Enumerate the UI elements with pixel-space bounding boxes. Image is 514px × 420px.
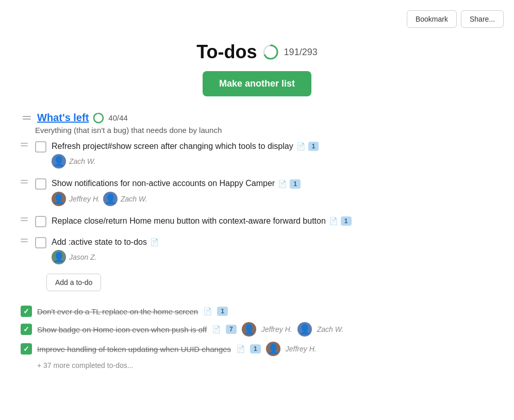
completed-item: Show badge on Home icon even when push i… (21, 322, 493, 337)
todo-checkbox[interactable] (35, 178, 46, 190)
todo-text-row: Replace close/return Home menu button wi… (52, 215, 493, 227)
completed-text: Show badge on Home icon even when push i… (37, 325, 207, 334)
todo-drag-handle[interactable] (21, 237, 30, 242)
title-row: To-dos 191/293 (21, 41, 493, 63)
completed-text: Improve handling of token updating when … (37, 345, 231, 354)
main-progress-circle (262, 44, 279, 60)
todo-text: Add :active state to to-dos (52, 237, 147, 248)
todo-items-container: Refresh project#show screen after changi… (21, 141, 493, 264)
completed-item: Improve handling of token updating when … (21, 342, 493, 356)
todo-item: Add :active state to to-dos📄👤Jason Z. (21, 237, 493, 264)
avatar: 👤 (52, 154, 66, 169)
assignee-name: Jeffrey H. (69, 195, 100, 203)
comment-badge[interactable]: 1 (217, 307, 228, 316)
assignee-name: Jeffrey H. (286, 345, 317, 353)
document-icon[interactable]: 📄 (278, 180, 287, 188)
avatar: 👤 (52, 192, 66, 206)
make-another-list-button[interactable]: Make another list (203, 71, 311, 96)
avatar: 👤 (242, 322, 256, 337)
document-icon[interactable]: 📄 (329, 217, 338, 225)
list-drag-handle[interactable] (21, 115, 33, 121)
assignee-name: Zach W. (69, 157, 96, 165)
list-title-link[interactable]: What's left (37, 112, 89, 124)
assignees: 👤Zach W. (52, 154, 493, 169)
comment-badge[interactable]: 1 (308, 142, 319, 151)
todo-checkbox[interactable] (35, 216, 46, 227)
main-progress-count: 191/293 (284, 47, 318, 58)
assignees: 👤Jason Z. (52, 250, 493, 264)
todo-text: Show notifications for non-active accoun… (52, 178, 275, 189)
todo-checkbox[interactable] (35, 141, 46, 153)
list-progress-circle (93, 112, 104, 124)
todo-drag-handle[interactable] (21, 178, 30, 183)
todo-content: Show notifications for non-active accoun… (52, 178, 493, 206)
todo-text-row: Refresh project#show screen after changi… (52, 141, 493, 152)
completed-items-container: Don't ever do a TL replace on the home s… (21, 306, 493, 356)
more-completed-link[interactable]: + 37 more completed to-dos... (37, 361, 493, 369)
page-title: To-dos (196, 41, 257, 63)
completed-item: Don't ever do a TL replace on the home s… (21, 306, 493, 317)
todo-item: Show notifications for non-active accoun… (21, 178, 493, 206)
assignee-name: Jeffrey H. (261, 325, 292, 333)
svg-point-3 (94, 113, 103, 123)
todo-item: Refresh project#show screen after changi… (21, 141, 493, 169)
completed-text: Don't ever do a TL replace on the home s… (37, 307, 198, 316)
todo-drag-handle[interactable] (21, 141, 30, 146)
document-icon[interactable]: 📄 (150, 238, 159, 246)
todo-text: Refresh project#show screen after changi… (52, 141, 293, 152)
page-container: Bookmark Share... To-dos 191/293 Make an… (0, 0, 514, 420)
bookmark-button[interactable]: Bookmark (407, 10, 457, 28)
comment-badge[interactable]: 7 (226, 325, 237, 334)
avatar: 👤 (103, 192, 118, 206)
top-right-actions: Bookmark Share... (407, 10, 504, 28)
todo-text: Replace close/return Home menu button wi… (52, 215, 326, 227)
completed-checkbox[interactable] (21, 324, 32, 335)
document-icon[interactable]: 📄 (212, 325, 221, 333)
todo-text-row: Add :active state to to-dos📄 (52, 237, 493, 248)
comment-badge[interactable]: 1 (250, 344, 261, 354)
list-header: What's left 40/44 (21, 112, 493, 124)
completed-checkbox[interactable] (21, 343, 32, 355)
document-icon[interactable]: 📄 (236, 345, 245, 353)
todo-text-row: Show notifications for non-active accoun… (52, 178, 493, 189)
todo-item: Replace close/return Home menu button wi… (21, 215, 493, 227)
document-icon[interactable]: 📄 (203, 307, 212, 315)
avatar: 👤 (266, 342, 280, 356)
list-section: What's left 40/44 Everything (that isn't… (21, 107, 493, 369)
add-todo-button[interactable]: Add a to-do (46, 274, 101, 291)
document-icon[interactable]: 📄 (296, 142, 305, 150)
share-button[interactable]: Share... (461, 10, 504, 28)
avatar: 👤 (52, 250, 66, 264)
todo-content: Add :active state to to-dos📄👤Jason Z. (52, 237, 493, 264)
todo-content: Replace close/return Home menu button wi… (52, 215, 493, 227)
avatar: 👤 (297, 322, 312, 337)
completed-checkbox[interactable] (21, 306, 32, 317)
list-progress-count: 40/44 (108, 113, 128, 122)
todo-drag-handle[interactable] (21, 215, 30, 221)
assignees: 👤Jeffrey H.👤Zach W. (52, 192, 493, 206)
assignee-name: Zach W. (317, 325, 344, 333)
assignee-name: Jason Z. (69, 253, 97, 261)
comment-badge[interactable]: 1 (290, 179, 301, 189)
assignee-name: Zach W. (121, 195, 147, 203)
todo-checkbox[interactable] (35, 237, 46, 248)
list-description: Everything (that isn't a bug) that needs… (35, 126, 493, 135)
todo-content: Refresh project#show screen after changi… (52, 141, 493, 169)
comment-badge[interactable]: 1 (341, 216, 352, 226)
